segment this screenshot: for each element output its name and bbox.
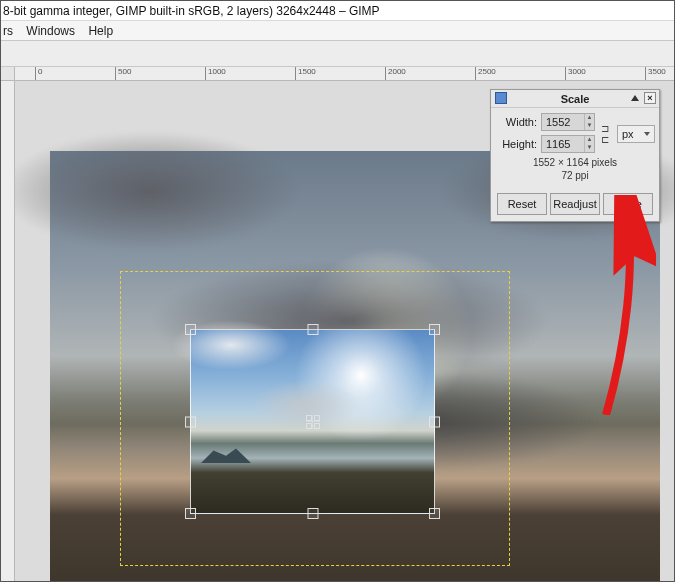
menu-bar: rs Windows Help xyxy=(1,21,674,41)
width-label: Width: xyxy=(497,116,541,128)
scale-status-ppi: 72 ppi xyxy=(497,169,653,182)
ruler-corner xyxy=(1,67,15,81)
scaled-layer[interactable] xyxy=(190,329,435,514)
menu-item-windows[interactable]: Windows xyxy=(26,24,75,38)
chain-link-icon[interactable]: ⊐⊏ xyxy=(599,123,611,145)
scale-handle-s[interactable] xyxy=(307,508,318,519)
scale-handle-e[interactable] xyxy=(429,416,440,427)
menu-item-filters-trunc[interactable]: rs xyxy=(3,24,13,38)
ruler-vertical[interactable] xyxy=(1,81,15,581)
ruler-tick: 3000 xyxy=(565,67,586,81)
height-label: Height: xyxy=(497,138,541,150)
reset-button[interactable]: Reset xyxy=(497,193,547,215)
width-input[interactable]: 1552 ▲▼ xyxy=(541,113,595,131)
scale-dialog-titlebar[interactable]: Scale × xyxy=(491,90,659,108)
scale-handle-n[interactable] xyxy=(307,324,318,335)
ruler-tick: 3500 xyxy=(645,67,666,81)
unit-select[interactable]: px xyxy=(617,125,655,143)
spin-up-icon[interactable]: ▲ xyxy=(584,136,594,144)
scale-handle-sw[interactable] xyxy=(185,508,196,519)
spin-up-icon[interactable]: ▲ xyxy=(584,114,594,122)
menu-item-help[interactable]: Help xyxy=(88,24,113,38)
height-input[interactable]: 1165 ▲▼ xyxy=(541,135,595,153)
toolbar-strip xyxy=(1,41,674,67)
ruler-tick: 2000 xyxy=(385,67,406,81)
spin-down-icon[interactable]: ▼ xyxy=(584,122,594,130)
ruler-tick: 2500 xyxy=(475,67,496,81)
scale-center-pivot[interactable] xyxy=(306,415,320,429)
scale-dialog-title: Scale xyxy=(561,93,590,105)
shade-icon[interactable] xyxy=(631,95,639,101)
window-title-text: 8-bit gamma integer, GIMP built-in sRGB,… xyxy=(3,4,380,18)
scale-handle-nw[interactable] xyxy=(185,324,196,335)
window-titlebar: 8-bit gamma integer, GIMP built-in sRGB,… xyxy=(1,1,674,21)
ruler-tick: 1500 xyxy=(295,67,316,81)
scale-tool-icon xyxy=(495,92,507,104)
readjust-button[interactable]: Readjust xyxy=(550,193,600,215)
ruler-horizontal[interactable]: 0 500 1000 1500 2000 2500 3000 3500 xyxy=(15,67,674,81)
close-icon[interactable]: × xyxy=(644,92,656,104)
spin-down-icon[interactable]: ▼ xyxy=(584,144,594,152)
ruler-tick: 1000 xyxy=(205,67,226,81)
ruler-tick: 0 xyxy=(35,67,42,81)
scale-button[interactable]: Scale xyxy=(603,193,653,215)
scale-handle-ne[interactable] xyxy=(429,324,440,335)
scale-handle-w[interactable] xyxy=(185,416,196,427)
scale-dialog[interactable]: Scale × Width: 1552 ▲▼ Height: 1165 ▲▼ xyxy=(490,89,660,222)
scale-status-pixels: 1552 × 1164 pixels xyxy=(497,156,653,169)
ruler-tick: 500 xyxy=(115,67,131,81)
scale-handle-se[interactable] xyxy=(429,508,440,519)
